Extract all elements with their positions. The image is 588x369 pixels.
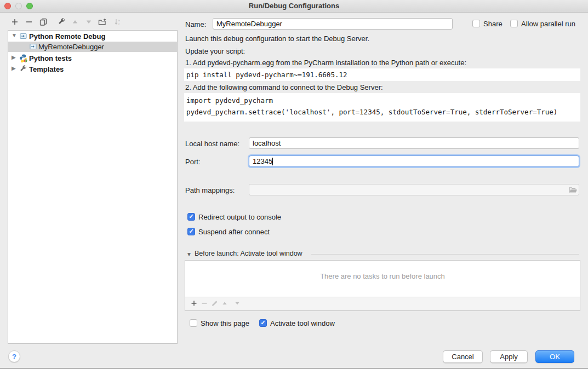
instruction-step1: 1. Add pydevd-pycharm.egg from the PyCha… [185, 59, 466, 67]
chevron-down-icon[interactable]: ▼ [12, 32, 17, 38]
local-host-name-input[interactable] [249, 137, 579, 149]
cancel-button[interactable]: Cancel [443, 350, 483, 363]
python-tests-icon [19, 54, 27, 64]
remove-configuration-button[interactable] [24, 18, 34, 28]
share-checkbox[interactable] [472, 20, 480, 27]
remote-debug-icon [29, 43, 37, 52]
wrench-icon [58, 18, 65, 28]
browse-path-mappings-button[interactable] [568, 186, 578, 194]
port-label: Port: [185, 158, 200, 166]
suspend-after-connect-label[interactable]: Suspend after connect [198, 228, 270, 236]
run-debug-configurations-dialog: Run/Debug Configurations az ▼ Python Rem… [0, 0, 588, 369]
edit-configuration-button[interactable] [56, 18, 66, 28]
pencil-icon [212, 299, 218, 309]
tree-item-python-remote-debug[interactable]: ▼ Python Remote Debug [8, 31, 177, 42]
wrench-icon [19, 65, 27, 74]
redirect-output-label[interactable]: Redirect output to console [198, 213, 281, 221]
path-mappings-label: Path mappings: [185, 186, 235, 194]
tree-item-templates[interactable]: ▶ Templates [8, 64, 177, 74]
tree-item-myremotedebugger[interactable]: MyRemoteDebugger [8, 42, 177, 52]
arrow-down-icon [85, 18, 93, 28]
path-mappings-input[interactable] [249, 184, 579, 195]
plus-icon [11, 18, 19, 28]
chevron-right-icon[interactable]: ▶ [12, 54, 16, 60]
sort-az-icon: az [114, 18, 122, 28]
move-down-button[interactable] [84, 18, 94, 28]
before-launch-title[interactable]: Before launch: Activate tool window [195, 250, 302, 257]
empty-task-list-message: There are no tasks to run before launch [185, 272, 580, 280]
redirect-output-checkbox[interactable] [187, 213, 195, 221]
port-input[interactable] [249, 155, 579, 167]
add-configuration-button[interactable] [10, 18, 20, 28]
arrow-up-icon [71, 18, 79, 28]
tree-item-label: Python tests [29, 54, 72, 62]
allow-parallel-run-label[interactable]: Allow parallel run [521, 20, 575, 28]
svg-text:z: z [118, 22, 120, 26]
activate-tool-window-label[interactable]: Activate tool window [270, 319, 335, 327]
share-checkbox-label[interactable]: Share [483, 20, 503, 28]
remove-task-button[interactable] [200, 299, 209, 308]
activate-tool-window-checkbox[interactable] [259, 319, 267, 327]
help-button[interactable]: ? [8, 350, 20, 362]
arrow-up-icon [221, 299, 228, 309]
chevron-right-icon[interactable]: ▶ [12, 65, 16, 71]
code-line: import pydevd_pycharm [186, 95, 578, 106]
tree-item-label: Templates [29, 65, 64, 73]
configurations-tree: ▼ Python Remote Debug MyRemoteDebugger ▶… [8, 30, 178, 344]
arrow-down-icon [234, 299, 241, 309]
move-up-button[interactable] [70, 18, 80, 28]
plus-icon [191, 299, 197, 309]
move-task-down-button[interactable] [233, 299, 242, 308]
copy-configuration-button[interactable] [38, 18, 48, 28]
name-input[interactable] [213, 18, 453, 30]
minus-icon [201, 299, 208, 309]
add-task-button[interactable] [190, 299, 198, 308]
pip-command-code: pip install pydevd-pycharm~=191.6605.12 [184, 68, 580, 81]
remote-debug-icon [19, 32, 27, 42]
task-list-toolbar [185, 297, 580, 310]
settrace-code: import pydevd_pycharmpydevd_pycharm.sett… [184, 93, 580, 122]
svg-text:a: a [118, 19, 121, 22]
move-task-up-button[interactable] [220, 299, 229, 308]
instruction-update: Update your script: [185, 47, 245, 55]
text-caret [272, 158, 273, 165]
section-divider [311, 254, 579, 255]
copy-icon [39, 18, 47, 28]
show-this-page-label[interactable]: Show this page [201, 319, 249, 327]
instruction-intro: Launch this debug configuration to start… [185, 34, 369, 43]
instruction-step2: 2. Add the following command to connect … [185, 83, 383, 91]
ok-button[interactable]: OK [535, 350, 574, 363]
sort-configurations-button[interactable]: az [113, 18, 123, 28]
minus-icon [25, 18, 33, 28]
code-line: pydevd_pycharm.settrace('localhost', por… [186, 106, 578, 118]
folder-plus-icon [98, 18, 106, 28]
new-folder-button[interactable] [97, 18, 107, 28]
open-folder-icon [568, 186, 578, 195]
suspend-after-connect-checkbox[interactable] [187, 228, 195, 235]
before-launch-task-list: There are no tasks to run before launch [185, 260, 580, 311]
apply-button[interactable]: Apply [490, 350, 528, 363]
local-host-name-label: Local host name: [185, 140, 239, 148]
edit-task-button[interactable] [210, 299, 219, 308]
name-label: Name: [185, 20, 206, 28]
chevron-down-icon[interactable]: ▼ [186, 251, 192, 257]
tree-item-label: MyRemoteDebugger [38, 43, 104, 51]
show-this-page-checkbox[interactable] [190, 319, 197, 327]
titlebar: Run/Debug Configurations [0, 0, 588, 13]
window-title: Run/Debug Configurations [0, 2, 588, 10]
allow-parallel-run-checkbox[interactable] [510, 20, 518, 27]
tree-item-python-tests[interactable]: ▶ Python tests [8, 53, 177, 64]
tree-item-label: Python Remote Debug [29, 32, 105, 41]
